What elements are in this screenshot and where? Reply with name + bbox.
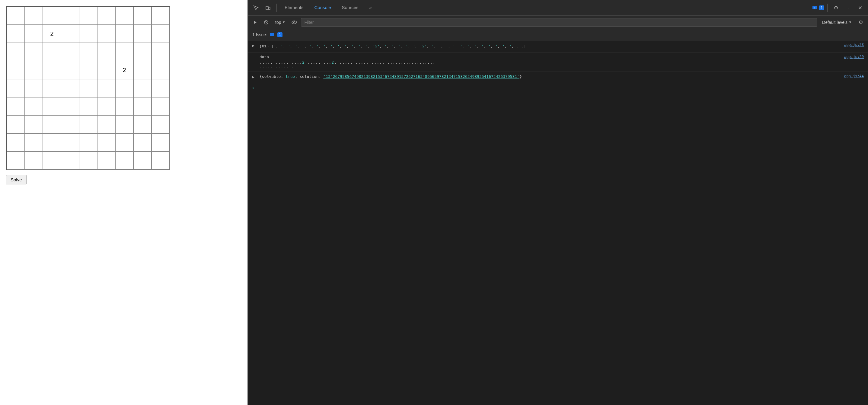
tab-console[interactable]: Console bbox=[310, 2, 336, 13]
cell-1-7[interactable] bbox=[133, 25, 152, 43]
solve-button[interactable]: Solve bbox=[6, 175, 27, 184]
tab-more[interactable]: » bbox=[365, 2, 377, 13]
cell-4-4[interactable] bbox=[79, 79, 97, 97]
file-ref-data[interactable]: app.js:29 bbox=[844, 55, 864, 59]
cell-3-7[interactable] bbox=[133, 61, 152, 79]
cell-7-0[interactable] bbox=[7, 133, 25, 152]
cell-2-4[interactable] bbox=[79, 43, 97, 61]
cell-4-3[interactable] bbox=[61, 79, 79, 97]
cell-6-5[interactable] bbox=[97, 115, 115, 133]
cell-6-8[interactable] bbox=[152, 115, 169, 133]
cell-0-1[interactable] bbox=[25, 7, 43, 25]
cell-0-0[interactable] bbox=[7, 7, 25, 25]
cell-7-2[interactable] bbox=[43, 133, 61, 152]
cell-7-3[interactable] bbox=[61, 133, 79, 152]
cell-3-2[interactable] bbox=[43, 61, 61, 79]
cell-2-6[interactable] bbox=[115, 43, 133, 61]
cell-8-3[interactable] bbox=[61, 152, 79, 169]
cell-2-3[interactable] bbox=[61, 43, 79, 61]
cell-3-6[interactable]: 2 bbox=[115, 61, 133, 79]
cell-8-2[interactable] bbox=[43, 152, 61, 169]
cell-0-2[interactable] bbox=[43, 7, 61, 25]
cell-6-3[interactable] bbox=[61, 115, 79, 133]
cell-8-4[interactable] bbox=[79, 152, 97, 169]
cell-3-1[interactable] bbox=[25, 61, 43, 79]
cell-5-8[interactable] bbox=[152, 97, 169, 115]
cell-6-7[interactable] bbox=[133, 115, 152, 133]
cell-4-5[interactable] bbox=[97, 79, 115, 97]
top-frame-dropdown[interactable]: top ▼ bbox=[273, 19, 288, 26]
cell-7-7[interactable] bbox=[133, 133, 152, 152]
cell-5-4[interactable] bbox=[79, 97, 97, 115]
cell-7-5[interactable] bbox=[97, 133, 115, 152]
cell-8-6[interactable] bbox=[115, 152, 133, 169]
cell-5-2[interactable] bbox=[43, 97, 61, 115]
cell-4-7[interactable] bbox=[133, 79, 152, 97]
cell-3-5[interactable] bbox=[97, 61, 115, 79]
inspect-icon-btn[interactable] bbox=[250, 2, 261, 13]
console-filter-input[interactable] bbox=[301, 18, 817, 27]
cell-0-6[interactable] bbox=[115, 7, 133, 25]
cell-7-8[interactable] bbox=[152, 133, 169, 152]
cell-5-3[interactable] bbox=[61, 97, 79, 115]
cell-8-7[interactable] bbox=[133, 152, 152, 169]
cell-1-6[interactable] bbox=[115, 25, 133, 43]
cell-7-1[interactable] bbox=[25, 133, 43, 152]
cell-3-8[interactable] bbox=[152, 61, 169, 79]
cell-4-6[interactable] bbox=[115, 79, 133, 97]
cell-6-2[interactable] bbox=[43, 115, 61, 133]
cell-4-1[interactable] bbox=[25, 79, 43, 97]
cell-1-5[interactable] bbox=[97, 25, 115, 43]
cell-7-6[interactable] bbox=[115, 133, 133, 152]
file-ref-array[interactable]: app.js:23 bbox=[844, 43, 864, 47]
cell-1-2[interactable]: 2 bbox=[43, 25, 61, 43]
cell-0-7[interactable] bbox=[133, 7, 152, 25]
cell-1-8[interactable] bbox=[152, 25, 169, 43]
cell-6-4[interactable] bbox=[79, 115, 97, 133]
tab-sources[interactable]: Sources bbox=[337, 2, 363, 13]
cell-3-4[interactable] bbox=[79, 61, 97, 79]
more-options-btn[interactable]: ⋮ bbox=[843, 2, 854, 13]
cell-4-8[interactable] bbox=[152, 79, 169, 97]
log-level-dropdown[interactable]: Default levels ▼ bbox=[820, 19, 854, 26]
solvable-expand-arrow[interactable]: ▶ bbox=[252, 75, 256, 80]
array-expand-arrow[interactable]: ▶ bbox=[252, 43, 256, 48]
cell-0-5[interactable] bbox=[97, 7, 115, 25]
settings-gear-btn[interactable]: ⚙ bbox=[831, 2, 841, 13]
tab-elements[interactable]: Elements bbox=[280, 2, 308, 13]
run-script-btn[interactable] bbox=[251, 18, 259, 27]
cell-2-2[interactable] bbox=[43, 43, 61, 61]
cell-5-5[interactable] bbox=[97, 97, 115, 115]
cell-0-3[interactable] bbox=[61, 7, 79, 25]
cell-8-0[interactable] bbox=[7, 152, 25, 169]
cell-6-0[interactable] bbox=[7, 115, 25, 133]
cell-5-6[interactable] bbox=[115, 97, 133, 115]
cell-7-4[interactable] bbox=[79, 133, 97, 152]
cell-1-1[interactable] bbox=[25, 25, 43, 43]
cell-0-8[interactable] bbox=[152, 7, 169, 25]
close-devtools-btn[interactable]: × bbox=[855, 2, 866, 13]
cell-1-3[interactable] bbox=[61, 25, 79, 43]
cell-8-8[interactable] bbox=[152, 152, 169, 169]
console-settings-btn[interactable]: ⚙ bbox=[857, 18, 865, 27]
cell-5-7[interactable] bbox=[133, 97, 152, 115]
console-prompt[interactable]: › bbox=[248, 82, 868, 94]
cell-6-6[interactable] bbox=[115, 115, 133, 133]
clear-console-btn[interactable] bbox=[262, 18, 271, 27]
cell-2-7[interactable] bbox=[133, 43, 152, 61]
cell-2-5[interactable] bbox=[97, 43, 115, 61]
cell-5-1[interactable] bbox=[25, 97, 43, 115]
cell-3-0[interactable] bbox=[7, 61, 25, 79]
cell-5-0[interactable] bbox=[7, 97, 25, 115]
cell-1-4[interactable] bbox=[79, 25, 97, 43]
cell-2-8[interactable] bbox=[152, 43, 169, 61]
cell-2-0[interactable] bbox=[7, 43, 25, 61]
cell-0-4[interactable] bbox=[79, 7, 97, 25]
file-ref-solvable[interactable]: app.js:44 bbox=[844, 74, 864, 79]
live-expressions-btn[interactable] bbox=[290, 18, 299, 27]
cell-4-0[interactable] bbox=[7, 79, 25, 97]
cell-4-2[interactable] bbox=[43, 79, 61, 97]
cell-2-1[interactable] bbox=[25, 43, 43, 61]
cell-8-1[interactable] bbox=[25, 152, 43, 169]
cell-6-1[interactable] bbox=[25, 115, 43, 133]
